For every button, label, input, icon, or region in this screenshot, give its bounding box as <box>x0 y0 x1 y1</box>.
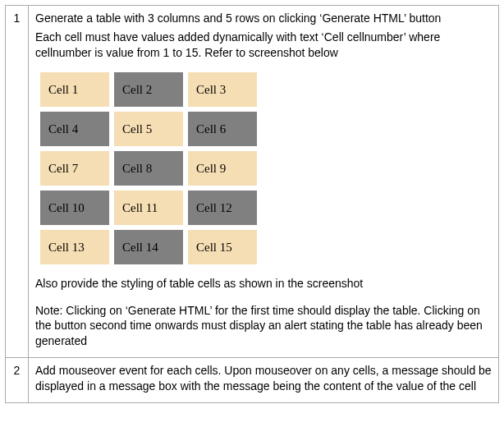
sample-cell: Cell 4 <box>40 112 109 146</box>
sample-cell: Cell 15 <box>188 230 257 264</box>
paragraph: Generate a table with 3 columns and 5 ro… <box>35 11 492 26</box>
sample-cell: Cell 8 <box>114 151 183 186</box>
paragraph: Add mouseover event for each cells. Upon… <box>35 363 492 394</box>
sample-cell: Cell 11 <box>114 191 183 225</box>
sample-cell: Cell 7 <box>40 151 109 186</box>
sample-cell: Cell 2 <box>114 72 183 107</box>
row-content: Generate a table with 3 columns and 5 ro… <box>29 6 499 358</box>
row-content: Add mouseover event for each cells. Upon… <box>29 358 499 403</box>
sample-cell: Cell 5 <box>114 112 183 146</box>
row-number: 1 <box>6 6 29 358</box>
sample-cell: Cell 3 <box>188 72 257 107</box>
sample-cell-table: Cell 1Cell 2Cell 3Cell 4Cell 5Cell 6Cell… <box>35 67 262 269</box>
sample-cell: Cell 9 <box>188 151 257 186</box>
sample-cell: Cell 13 <box>40 230 109 264</box>
paragraph: Each cell must have values added dynamic… <box>35 30 492 61</box>
sample-cell: Cell 1 <box>40 72 109 107</box>
paragraph: Also provide the styling of table cells … <box>35 276 492 292</box>
sample-cell: Cell 6 <box>188 112 257 146</box>
sample-cell: Cell 14 <box>114 230 183 264</box>
paragraph: Note: Clicking on ‘Generate HTML’ for th… <box>35 303 492 350</box>
sample-cell: Cell 10 <box>40 191 109 225</box>
requirements-table: 1 Generate a table with 3 columns and 5 … <box>5 5 499 403</box>
sample-cell: Cell 12 <box>188 191 257 225</box>
row-number: 2 <box>6 358 29 403</box>
